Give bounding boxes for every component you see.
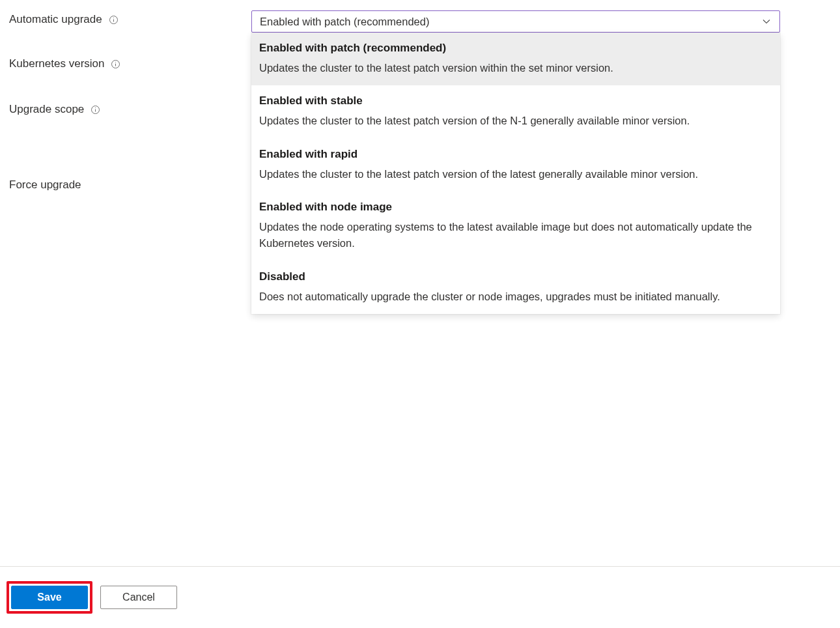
dropdown-option-patch[interactable]: Enabled with patch (recommended) Updates… bbox=[251, 33, 780, 85]
info-icon[interactable] bbox=[111, 59, 120, 69]
dropdown-option-desc: Updates the cluster to the latest patch … bbox=[259, 60, 772, 77]
dropdown-option-rapid[interactable]: Enabled with rapid Updates the cluster t… bbox=[251, 139, 780, 192]
chevron-down-icon bbox=[761, 16, 772, 27]
info-icon[interactable] bbox=[109, 15, 119, 25]
automatic-upgrade-label: Automatic upgrade bbox=[9, 13, 102, 26]
svg-point-5 bbox=[115, 61, 116, 62]
highlight-annotation: Save bbox=[7, 581, 92, 614]
dropdown-option-desc: Updates the node operating systems to th… bbox=[259, 219, 772, 252]
dropdown-option-title: Enabled with rapid bbox=[259, 147, 772, 162]
cancel-button[interactable]: Cancel bbox=[100, 586, 177, 609]
dropdown-option-node-image[interactable]: Enabled with node image Updates the node… bbox=[251, 192, 780, 261]
upgrade-scope-label: Upgrade scope bbox=[9, 103, 84, 116]
dropdown-option-desc: Updates the cluster to the latest patch … bbox=[259, 166, 772, 183]
dropdown-option-desc: Does not automatically upgrade the clust… bbox=[259, 289, 772, 306]
dropdown-option-disabled[interactable]: Disabled Does not automatically upgrade … bbox=[251, 261, 780, 314]
kubernetes-version-label: Kubernetes version bbox=[9, 57, 104, 70]
footer-bar: Save Cancel bbox=[0, 566, 840, 628]
svg-point-8 bbox=[95, 107, 96, 107]
dropdown-selected-value: Enabled with patch (recommended) bbox=[260, 16, 429, 28]
dropdown-option-title: Disabled bbox=[259, 269, 772, 285]
dropdown-option-stable[interactable]: Enabled with stable Updates the cluster … bbox=[251, 85, 780, 138]
dropdown-option-title: Enabled with node image bbox=[259, 199, 772, 215]
save-button[interactable]: Save bbox=[11, 586, 88, 609]
info-icon[interactable] bbox=[91, 105, 100, 115]
svg-point-2 bbox=[113, 17, 114, 18]
automatic-upgrade-dropdown-list: Enabled with patch (recommended) Updates… bbox=[251, 33, 780, 314]
force-upgrade-label: Force upgrade bbox=[9, 178, 81, 192]
dropdown-option-title: Enabled with patch (recommended) bbox=[259, 40, 772, 56]
dropdown-option-title: Enabled with stable bbox=[259, 93, 772, 109]
automatic-upgrade-dropdown[interactable]: Enabled with patch (recommended) bbox=[251, 10, 780, 33]
dropdown-option-desc: Updates the cluster to the latest patch … bbox=[259, 113, 772, 130]
